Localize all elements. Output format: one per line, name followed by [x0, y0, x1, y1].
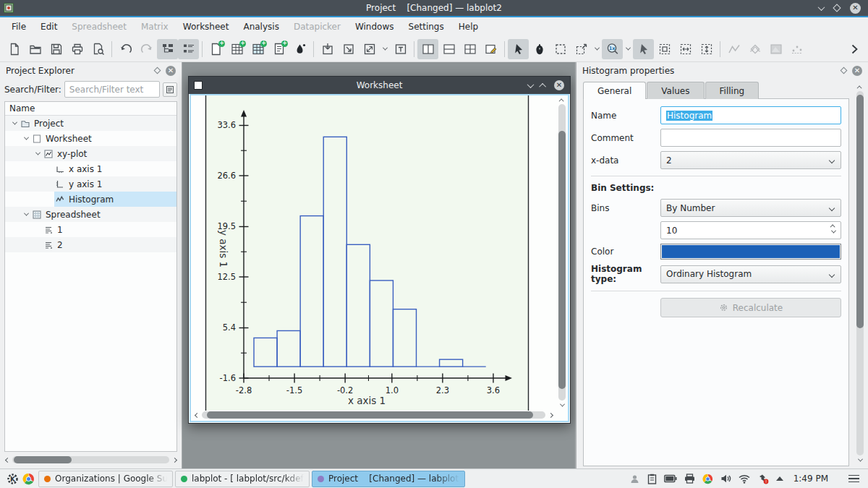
- battery-icon[interactable]: [664, 474, 677, 483]
- cursor-mode-button[interactable]: [633, 39, 654, 59]
- minimize-icon[interactable]: [818, 4, 825, 11]
- insert-text-frame-button[interactable]: [390, 39, 411, 59]
- open-project-button[interactable]: [25, 39, 46, 59]
- ws-hscroll-track[interactable]: [202, 411, 545, 419]
- float-panel-icon[interactable]: [154, 67, 161, 74]
- tree-item-project[interactable]: Project: [5, 116, 176, 131]
- comment-field[interactable]: [660, 129, 841, 147]
- scroll-down-icon[interactable]: [857, 457, 863, 463]
- color-button[interactable]: [660, 244, 841, 260]
- notifications-badge-icon[interactable]: !: [757, 474, 769, 484]
- scroll-down-icon[interactable]: [559, 402, 565, 408]
- panel-menu-icon[interactable]: [848, 475, 859, 483]
- menu-datapicker[interactable]: Datapicker: [286, 19, 348, 35]
- histogram-type-select[interactable]: Ordinary Histogram: [660, 265, 841, 283]
- zoom-1x-button[interactable]: 1x: [602, 39, 623, 59]
- close-icon[interactable]: ✕: [850, 3, 861, 14]
- hscroll-thumb[interactable]: [14, 456, 72, 463]
- select-region-mode-button[interactable]: [550, 39, 571, 59]
- tree-item-y-axis-1[interactable]: y axis 1: [5, 176, 176, 192]
- task-button-1[interactable]: Organizations | Google Summer of: [38, 471, 173, 487]
- tree-expand-icon[interactable]: [33, 152, 43, 155]
- save-button[interactable]: [46, 39, 67, 59]
- maximize-icon[interactable]: [833, 4, 841, 12]
- data-points-button[interactable]: [786, 39, 807, 59]
- menu-windows[interactable]: Windows: [348, 19, 401, 35]
- printer-icon[interactable]: [684, 474, 695, 484]
- tree-expand-icon[interactable]: [9, 121, 20, 125]
- worksheet-canvas[interactable]: -1.65.412.519.526.633.6-2.8-1.5-0.21.02.…: [190, 94, 569, 422]
- close-panel-icon[interactable]: ✕: [852, 66, 862, 76]
- tree-item-worksheet[interactable]: Worksheet: [5, 131, 176, 146]
- fit-curve-button[interactable]: [744, 39, 765, 59]
- bins-count-spinner[interactable]: 10: [660, 221, 841, 239]
- tree-expand-icon[interactable]: [21, 213, 31, 216]
- ws-vscroll-track[interactable]: [558, 104, 566, 401]
- worksheet-plot-svg[interactable]: -1.65.412.519.526.633.6-2.8-1.5-0.21.02.…: [191, 95, 558, 411]
- tree-item-histogram[interactable]: Histogram: [5, 192, 176, 207]
- new-datapicker-button[interactable]: [289, 39, 310, 59]
- task-button-3[interactable]: Project [Changed] — labplot2: [312, 471, 465, 487]
- filter-options-button[interactable]: [163, 82, 177, 97]
- fit-selection-button[interactable]: [654, 39, 675, 59]
- menu-edit[interactable]: Edit: [33, 19, 64, 35]
- menu-settings[interactable]: Settings: [401, 19, 451, 35]
- import-file-button[interactable]: [317, 39, 338, 59]
- tab-filling[interactable]: Filling: [705, 82, 760, 99]
- redo-button[interactable]: [136, 39, 157, 59]
- horizontal-layout-button[interactable]: [438, 39, 459, 59]
- tree-item-x-axis-1[interactable]: x axis 1: [5, 161, 176, 176]
- menu-file[interactable]: File: [4, 19, 33, 35]
- worksheet-titlebar[interactable]: Worksheet ✕: [189, 77, 570, 94]
- tree-item-1[interactable]: 1: [5, 222, 176, 237]
- name-field[interactable]: Histogram: [660, 106, 841, 124]
- undo-button[interactable]: [115, 39, 136, 59]
- chrome-launcher-button[interactable]: [20, 471, 36, 487]
- menu-worksheet[interactable]: Worksheet: [176, 19, 237, 35]
- new-project-button[interactable]: [4, 39, 25, 59]
- tree-expand-icon[interactable]: [21, 137, 31, 140]
- vertical-layout-button[interactable]: [417, 39, 438, 59]
- props-vscroll-track[interactable]: [856, 91, 864, 455]
- kde-menu-button[interactable]: K: [4, 471, 20, 487]
- spinner-arrows[interactable]: [832, 224, 835, 234]
- navigate-mode-button[interactable]: [529, 39, 550, 59]
- user-icon[interactable]: [629, 474, 640, 484]
- worksheet-minimize-icon[interactable]: [527, 81, 535, 88]
- tree-item-xy-plot[interactable]: xy-plot: [5, 146, 176, 161]
- tray-expander-icon[interactable]: [776, 476, 783, 481]
- recalculate-button[interactable]: Recalculate: [660, 298, 841, 317]
- float-panel-icon[interactable]: [841, 67, 848, 74]
- print-preview-button[interactable]: [88, 39, 109, 59]
- zoom-select-mode-button[interactable]: [571, 39, 592, 59]
- new-matrix-button[interactable]: +: [247, 39, 268, 59]
- menu-analysis[interactable]: Analysis: [236, 19, 286, 35]
- toggle-project-explorer-button[interactable]: [157, 39, 178, 59]
- close-panel-icon[interactable]: ✕: [166, 66, 176, 76]
- print-button[interactable]: [67, 39, 88, 59]
- worksheet-close-icon[interactable]: ✕: [554, 80, 564, 90]
- menu-spreadsheet[interactable]: Spreadsheet: [64, 19, 134, 35]
- new-spreadsheet-button[interactable]: +: [226, 39, 247, 59]
- scroll-left-icon[interactable]: [194, 412, 200, 418]
- toggle-properties-explorer-button[interactable]: [178, 39, 199, 59]
- scroll-right-icon[interactable]: [548, 412, 553, 418]
- import-dataset-button[interactable]: [338, 39, 359, 59]
- search-input[interactable]: [64, 81, 160, 98]
- xdata-select[interactable]: 2: [660, 151, 841, 169]
- ws-hscroll-thumb[interactable]: [207, 411, 533, 419]
- select-mode-button[interactable]: [508, 39, 529, 59]
- new-notes-button[interactable]: +: [268, 39, 289, 59]
- menu-help[interactable]: Help: [451, 19, 485, 35]
- fit-height-button[interactable]: [696, 39, 717, 59]
- break-layout-button[interactable]: [480, 39, 501, 59]
- menu-matrix[interactable]: Matrix: [134, 19, 176, 35]
- ws-vscroll-thumb[interactable]: [558, 131, 566, 389]
- task-button-2[interactable]: labplot - [ labplot/src/kdefrontend/d: [175, 471, 310, 487]
- tree-item-spreadsheet[interactable]: Spreadsheet: [5, 207, 176, 222]
- bins-method-select[interactable]: By Number: [660, 199, 841, 217]
- hscroll-track[interactable]: [12, 456, 169, 463]
- tab-values[interactable]: Values: [647, 82, 704, 99]
- scroll-right-icon[interactable]: [171, 457, 177, 463]
- worksheet-restore-icon[interactable]: [539, 82, 546, 90]
